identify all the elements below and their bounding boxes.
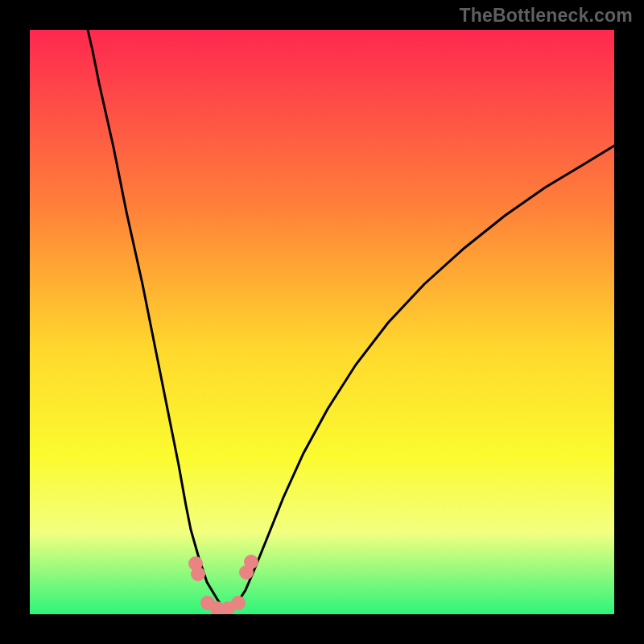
curve-left-branch — [88, 30, 227, 614]
curve-right-branch — [227, 146, 614, 614]
chart-frame: TheBottleneck.com — [0, 0, 644, 644]
curve-layer — [30, 30, 614, 614]
watermark-text: TheBottleneck.com — [459, 5, 633, 27]
plot-area — [30, 30, 614, 614]
data-marker — [244, 555, 258, 569]
data-marker — [191, 567, 205, 581]
data-marker — [231, 596, 246, 610]
